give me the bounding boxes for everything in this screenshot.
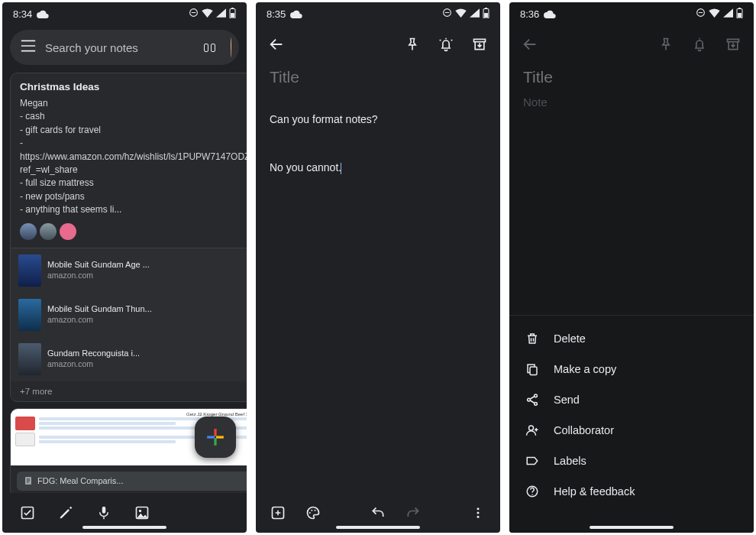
trash-icon — [525, 332, 540, 345]
cloud-icon — [290, 9, 302, 18]
new-note-fab[interactable] — [195, 417, 236, 458]
home-indicator[interactable] — [82, 526, 166, 529]
note-card-christmas[interactable]: Christmas Ideas Megan - cash - gift card… — [10, 73, 247, 402]
svg-rect-10 — [214, 438, 216, 446]
svg-rect-31 — [738, 8, 741, 8]
status-time: 8:34 — [13, 8, 32, 20]
svg-rect-34 — [530, 367, 537, 375]
search-bar[interactable] — [10, 30, 239, 65]
more-button[interactable] — [467, 501, 489, 524]
note-title-input[interactable] — [270, 68, 486, 86]
menu-label: Labels — [554, 455, 586, 467]
svg-point-26 — [477, 507, 480, 510]
svg-point-28 — [477, 516, 480, 518]
svg-rect-19 — [485, 8, 487, 8]
status-time: 8:36 — [520, 8, 539, 20]
cloud-icon — [37, 9, 49, 18]
menu-labels[interactable]: Labels — [509, 446, 754, 476]
editor-body[interactable]: Can you format notes? No you cannot. — [256, 63, 500, 493]
wifi-icon — [455, 8, 467, 20]
status-bar: 8:34 — [2, 2, 247, 25]
menu-delete[interactable]: Delete — [509, 323, 754, 354]
new-image-button[interactable] — [134, 504, 150, 521]
hamburger-icon[interactable] — [21, 40, 36, 55]
svg-rect-3 — [231, 13, 234, 18]
link-preview[interactable]: Gundam Reconguista i... amazon.com — [11, 337, 247, 381]
undo-button[interactable] — [367, 501, 389, 524]
add-content-button[interactable] — [267, 501, 289, 524]
person-add-icon — [525, 423, 540, 437]
link-thumbnail — [18, 343, 41, 375]
search-input[interactable] — [45, 41, 190, 54]
doc-icon — [23, 476, 33, 486]
svg-rect-9 — [214, 429, 216, 436]
status-icons — [696, 8, 743, 21]
svg-rect-20 — [484, 13, 488, 18]
link-thumbnail — [18, 255, 41, 287]
label-icon — [525, 454, 540, 468]
home-indicator[interactable] — [590, 526, 674, 529]
pin-button[interactable] — [401, 33, 424, 56]
note-title: Christmas Ideas — [20, 81, 247, 92]
phone-note-editor: 8:35 Can you format notes? No you cannot… — [256, 2, 500, 533]
menu-label: Collaborator — [554, 424, 614, 436]
signal-icon — [216, 8, 226, 20]
link-title: Gundam Reconguista i... — [47, 349, 247, 359]
note-placeholder[interactable]: Note — [523, 96, 740, 109]
home-indicator[interactable] — [336, 526, 420, 529]
menu-send[interactable]: Send — [509, 384, 754, 415]
back-button[interactable] — [519, 33, 541, 56]
link-source: amazon.com — [47, 271, 247, 280]
do-not-disturb-icon — [189, 8, 199, 20]
menu-copy[interactable]: Make a copy — [509, 354, 754, 384]
new-drawing-button[interactable] — [57, 504, 74, 521]
link-title: Mobile Suit Gundam Thun... — [47, 304, 247, 315]
menu-collaborator[interactable]: Collaborator — [509, 415, 754, 446]
link-source: amazon.com — [47, 315, 247, 325]
battery-icon — [229, 8, 236, 21]
link-preview[interactable]: Mobile Suit Gundam Age ... amazon.com — [11, 248, 247, 293]
share-icon — [525, 393, 540, 407]
editor-toolbar — [509, 25, 754, 63]
help-icon — [525, 485, 540, 498]
menu-label: Delete — [554, 332, 586, 345]
svg-rect-32 — [738, 13, 741, 18]
link-source: amazon.com — [47, 359, 247, 369]
reminder-button[interactable] — [435, 33, 457, 56]
redo-button[interactable] — [402, 501, 425, 524]
view-toggle-button[interactable] — [199, 44, 220, 52]
pin-button[interactable] — [654, 33, 677, 56]
svg-rect-11 — [207, 436, 215, 438]
wifi-icon — [202, 8, 213, 20]
reminder-button[interactable] — [688, 33, 711, 56]
new-audio-button[interactable] — [95, 504, 112, 521]
back-button[interactable] — [265, 33, 288, 56]
wifi-icon — [709, 8, 720, 20]
svg-point-27 — [477, 512, 480, 514]
svg-rect-14 — [102, 507, 106, 514]
more-links[interactable]: +7 more — [11, 381, 247, 401]
archive-button[interactable] — [722, 33, 745, 56]
archive-button[interactable] — [468, 33, 491, 56]
status-bar: 8:35 — [256, 2, 500, 25]
note-title-input[interactable] — [523, 68, 740, 86]
new-checklist-button[interactable] — [19, 504, 36, 521]
note-label-pill: FDG: Meal Comparis... — [17, 472, 247, 491]
menu-label: Send — [554, 394, 580, 406]
battery-icon — [483, 8, 489, 21]
svg-point-38 — [529, 426, 534, 430]
svg-rect-2 — [231, 8, 234, 8]
copy-icon — [525, 362, 540, 376]
collaborator-avatar — [40, 223, 57, 240]
svg-rect-33 — [728, 39, 739, 41]
link-preview[interactable]: Mobile Suit Gundam Thun... amazon.com — [11, 293, 247, 337]
menu-help[interactable]: Help & feedback — [509, 476, 754, 507]
editor-toolbar — [256, 25, 500, 63]
svg-point-25 — [315, 510, 316, 511]
note-content[interactable]: Can you format notes? No you cannot. — [270, 96, 486, 176]
battery-icon — [736, 8, 743, 21]
color-palette-button[interactable] — [302, 501, 325, 524]
link-title: Mobile Suit Gundam Age ... — [47, 260, 247, 271]
account-avatar[interactable] — [229, 36, 233, 59]
collaborators-row — [20, 223, 247, 240]
